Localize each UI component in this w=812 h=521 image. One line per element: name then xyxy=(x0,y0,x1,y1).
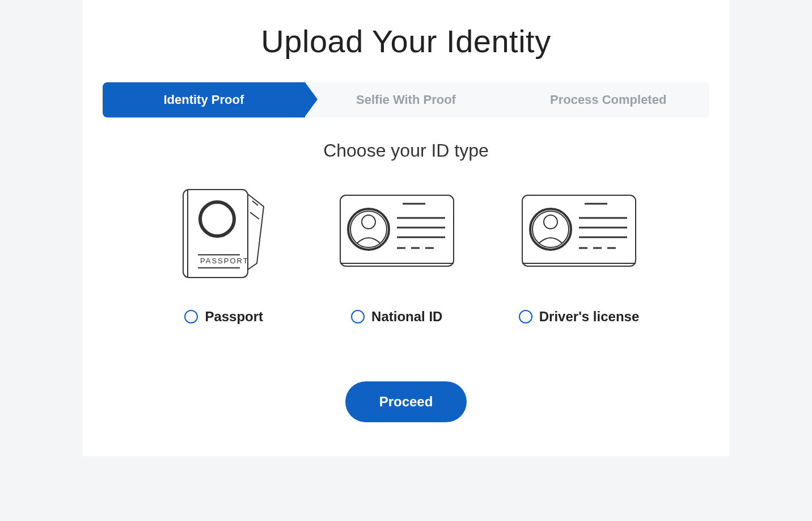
step-label: Process Completed xyxy=(550,93,666,107)
option-label: Passport xyxy=(205,309,263,325)
option-label: National ID xyxy=(371,309,442,325)
option-label-row: Passport xyxy=(184,309,263,325)
id-type-options: PASSPORT Passport xyxy=(94,184,718,325)
passport-icon: PASSPORT xyxy=(173,184,275,280)
option-label: Driver's license xyxy=(539,309,639,325)
id-card-icon xyxy=(519,184,638,280)
proceed-button[interactable]: Proceed xyxy=(345,381,467,422)
step-label: Selfie With Proof xyxy=(356,93,456,107)
radio-icon[interactable] xyxy=(351,310,365,323)
svg-rect-20 xyxy=(522,195,636,266)
option-label-row: Driver's license xyxy=(519,309,639,325)
svg-rect-8 xyxy=(340,195,454,266)
choose-id-subtitle: Choose your ID type xyxy=(94,140,718,161)
option-label-row: National ID xyxy=(351,309,442,325)
option-national-id[interactable]: National ID xyxy=(337,184,456,325)
svg-text:PASSPORT: PASSPORT xyxy=(200,257,249,265)
step-label: Identity Proof xyxy=(163,93,244,107)
identity-upload-card: Upload Your Identity Identity Proof Self… xyxy=(83,0,729,456)
step-selfie-with-proof[interactable]: Selfie With Proof xyxy=(305,82,508,117)
radio-icon[interactable] xyxy=(184,310,198,323)
option-passport[interactable]: PASSPORT Passport xyxy=(173,184,275,325)
page-title: Upload Your Identity xyxy=(94,23,718,60)
stepper: Identity Proof Selfie With Proof Process… xyxy=(103,82,709,117)
radio-icon[interactable] xyxy=(519,310,532,323)
id-card-icon xyxy=(337,184,456,280)
step-identity-proof[interactable]: Identity Proof xyxy=(103,82,305,117)
option-drivers-license[interactable]: Driver's license xyxy=(519,184,639,325)
svg-line-1 xyxy=(250,212,259,219)
step-process-completed[interactable]: Process Completed xyxy=(507,82,709,117)
